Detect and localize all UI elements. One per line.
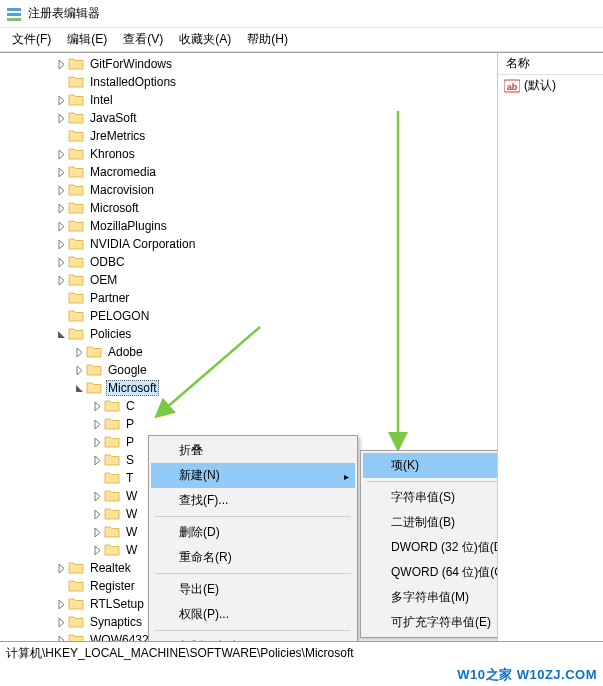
tree-node[interactable]: JavaSoft: [0, 109, 497, 127]
tree-node-label[interactable]: W: [124, 489, 139, 503]
tree-node-label[interactable]: NVIDIA Corporation: [88, 237, 197, 251]
context-menu-item[interactable]: 多字符串值(M): [363, 585, 498, 610]
tree-node-label[interactable]: Policies: [88, 327, 133, 341]
tree-node-label[interactable]: Microsoft: [106, 380, 159, 396]
expand-icon[interactable]: [54, 559, 68, 577]
tree-node-label[interactable]: Microsoft: [88, 201, 141, 215]
tree-node[interactable]: JreMetrics: [0, 127, 497, 145]
tree-node[interactable]: Microsoft: [0, 199, 497, 217]
tree-node[interactable]: Google: [0, 361, 497, 379]
tree-node-label[interactable]: Partner: [88, 291, 131, 305]
tree-node-label[interactable]: GitForWindows: [88, 57, 174, 71]
expand-icon[interactable]: [90, 433, 104, 451]
tree-node-label[interactable]: MozillaPlugins: [88, 219, 169, 233]
tree-node[interactable]: Policies: [0, 325, 497, 343]
context-menu-item[interactable]: 删除(D): [151, 520, 355, 545]
tree-node[interactable]: Adobe: [0, 343, 497, 361]
tree-node-label[interactable]: Macrovision: [88, 183, 156, 197]
context-menu-item[interactable]: 导出(E): [151, 577, 355, 602]
tree-node[interactable]: Macrovision: [0, 181, 497, 199]
expand-icon[interactable]: [54, 181, 68, 199]
expand-icon[interactable]: [54, 253, 68, 271]
context-menu-item[interactable]: 字符串值(S): [363, 485, 498, 510]
tree-node-label[interactable]: Register: [88, 579, 137, 593]
context-menu-item[interactable]: 二进制值(B): [363, 510, 498, 535]
expand-icon[interactable]: [90, 505, 104, 523]
values-header[interactable]: 名称: [498, 53, 603, 75]
tree-node[interactable]: C: [0, 397, 497, 415]
expand-icon[interactable]: [54, 595, 68, 613]
expand-icon[interactable]: [90, 523, 104, 541]
menu-item[interactable]: 查看(V): [115, 28, 171, 51]
collapse-icon[interactable]: [72, 379, 86, 397]
expand-icon[interactable]: [54, 235, 68, 253]
tree-node-label[interactable]: Google: [106, 363, 149, 377]
values-pane[interactable]: 名称 ab (默认): [498, 53, 603, 641]
context-menu-item[interactable]: 复制项名称(C): [151, 634, 355, 641]
menu-item[interactable]: 帮助(H): [239, 28, 296, 51]
tree-node-label[interactable]: InstalledOptions: [88, 75, 178, 89]
context-menu-item[interactable]: 项(K): [363, 453, 498, 478]
context-submenu-new[interactable]: 项(K)字符串值(S)二进制值(B)DWORD (32 位)值(D)QWORD …: [360, 450, 498, 638]
tree-pane[interactable]: GitForWindowsInstalledOptionsIntelJavaSo…: [0, 53, 498, 641]
expand-icon[interactable]: [54, 631, 68, 641]
context-menu-item[interactable]: 折叠: [151, 438, 355, 463]
expand-icon[interactable]: [90, 487, 104, 505]
tree-node[interactable]: MozillaPlugins: [0, 217, 497, 235]
tree-node[interactable]: GitForWindows: [0, 55, 497, 73]
tree-node-label[interactable]: Synaptics: [88, 615, 144, 629]
tree-node[interactable]: Macromedia: [0, 163, 497, 181]
tree-node-label[interactable]: OEM: [88, 273, 119, 287]
tree-node[interactable]: PELOGON: [0, 307, 497, 325]
tree-node-label[interactable]: PELOGON: [88, 309, 151, 323]
context-menu-item[interactable]: 新建(N): [151, 463, 355, 488]
context-menu-item[interactable]: DWORD (32 位)值(D): [363, 535, 498, 560]
tree-node-label[interactable]: W: [124, 525, 139, 539]
tree-node-label[interactable]: W: [124, 507, 139, 521]
context-menu[interactable]: 折叠新建(N)查找(F)...删除(D)重命名(R)导出(E)权限(P)...复…: [148, 435, 358, 641]
tree-node-label[interactable]: ODBC: [88, 255, 127, 269]
context-menu-item[interactable]: 重命名(R): [151, 545, 355, 570]
context-menu-item[interactable]: 查找(F)...: [151, 488, 355, 513]
tree-node-label[interactable]: W: [124, 543, 139, 557]
menu-item[interactable]: 收藏夹(A): [171, 28, 239, 51]
tree-node[interactable]: NVIDIA Corporation: [0, 235, 497, 253]
expand-icon[interactable]: [54, 199, 68, 217]
expand-icon[interactable]: [54, 271, 68, 289]
expand-icon[interactable]: [90, 397, 104, 415]
expand-icon[interactable]: [54, 163, 68, 181]
tree-node[interactable]: InstalledOptions: [0, 73, 497, 91]
expand-icon[interactable]: [54, 55, 68, 73]
column-name[interactable]: 名称: [498, 53, 538, 74]
expand-icon[interactable]: [90, 451, 104, 469]
menu-item[interactable]: 编辑(E): [59, 28, 115, 51]
tree-node-label[interactable]: RTLSetup: [88, 597, 146, 611]
menu-item[interactable]: 文件(F): [4, 28, 59, 51]
tree-node[interactable]: OEM: [0, 271, 497, 289]
tree-node-label[interactable]: Realtek: [88, 561, 133, 575]
tree-node-label[interactable]: Adobe: [106, 345, 145, 359]
expand-icon[interactable]: [54, 217, 68, 235]
collapse-icon[interactable]: [54, 325, 68, 343]
tree-node-label[interactable]: T: [124, 471, 135, 485]
expand-icon[interactable]: [90, 541, 104, 559]
tree-node[interactable]: P: [0, 415, 497, 433]
expand-icon[interactable]: [90, 415, 104, 433]
expand-icon[interactable]: [54, 109, 68, 127]
context-menu-item[interactable]: QWORD (64 位)值(Q): [363, 560, 498, 585]
expand-icon[interactable]: [54, 145, 68, 163]
tree-node-label[interactable]: Intel: [88, 93, 115, 107]
context-menu-item[interactable]: 可扩充字符串值(E): [363, 610, 498, 635]
tree-node-label[interactable]: JavaSoft: [88, 111, 139, 125]
tree-node[interactable]: Microsoft: [0, 379, 497, 397]
context-menu-item[interactable]: 权限(P)...: [151, 602, 355, 627]
tree-node[interactable]: Intel: [0, 91, 497, 109]
expand-icon[interactable]: [54, 613, 68, 631]
tree-node-label[interactable]: S: [124, 453, 136, 467]
tree-node-label[interactable]: P: [124, 435, 136, 449]
tree-node-label[interactable]: JreMetrics: [88, 129, 147, 143]
tree-node[interactable]: ODBC: [0, 253, 497, 271]
tree-node[interactable]: Partner: [0, 289, 497, 307]
tree-node[interactable]: Khronos: [0, 145, 497, 163]
expand-icon[interactable]: [54, 91, 68, 109]
